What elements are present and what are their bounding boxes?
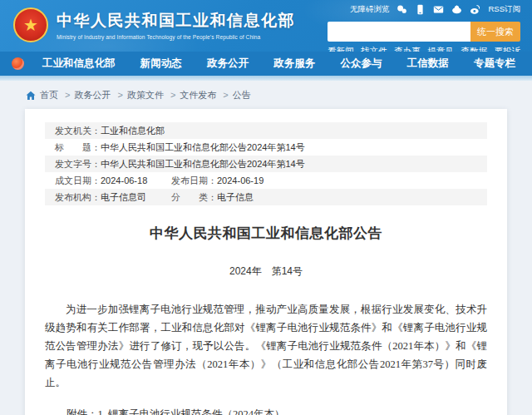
meta-value: 电子信息 bbox=[217, 192, 254, 202]
site-brand[interactable]: ★ 中华人民共和国工业和信息化部 Ministry of Industry an… bbox=[13, 7, 295, 42]
nav-item-public-participation[interactable]: 公众参与 bbox=[341, 57, 382, 71]
nav-brand-icon[interactable] bbox=[12, 57, 24, 70]
utility-bar: 无障碍浏览 RSS订阅 bbox=[328, 2, 520, 16]
nav-items: 工业和信息化部 新闻动态 政务公开 政务服务 公众参与 工信数据 专题专栏 bbox=[42, 57, 520, 71]
search-bar: 统一搜索 bbox=[328, 22, 520, 42]
meta-label: 标 题： bbox=[55, 142, 101, 152]
wechat-icon[interactable] bbox=[397, 4, 407, 15]
breadcrumb-announcement: 公告 bbox=[233, 89, 251, 101]
meta-label: 发文机关： bbox=[55, 126, 101, 136]
breadcrumb-document-release[interactable]: 文件发布 bbox=[180, 89, 228, 101]
emblem-star-icon: ★ bbox=[23, 17, 38, 33]
quick-link-news[interactable]: 看新闻 bbox=[328, 46, 354, 52]
client-app-icon[interactable] bbox=[451, 4, 462, 15]
meta-label: 发布机构： bbox=[55, 192, 101, 202]
quick-link-complaints[interactable]: 要投诉 bbox=[494, 46, 520, 52]
document-card: 发文机关： 工业和信息化部 标 题： 中华人民共和国工业和信息化部公告2024年… bbox=[25, 109, 507, 415]
accessibility-link[interactable]: 无障碍浏览 bbox=[350, 4, 390, 15]
meta-label: 成文日期： bbox=[55, 175, 101, 185]
meta-value: 中华人民共和国工业和信息化部公告2024年第14号 bbox=[101, 142, 305, 152]
site-header: ★ 中华人民共和国工业和信息化部 Ministry of Industry an… bbox=[0, 0, 532, 52]
meta-value: 电子信息司 bbox=[101, 192, 146, 202]
quick-link-files[interactable]: 找文件 bbox=[361, 46, 387, 52]
meta-row-title: 标 题： 中华人民共和国工业和信息化部公告2024年第14号 bbox=[45, 139, 487, 156]
meta-value: 中华人民共和国工业和信息化部公告2024年第14号 bbox=[101, 159, 305, 169]
nav-item-data[interactable]: 工信数据 bbox=[407, 57, 449, 71]
nav-item-gov-disclosure[interactable]: 政务公开 bbox=[207, 57, 249, 71]
meta-row-publisher-category: 发布机构： 电子信息司 分 类： 电子信息 bbox=[45, 189, 487, 205]
rss-link[interactable]: RSS订阅 bbox=[488, 4, 520, 15]
nav-item-gov-services[interactable]: 政务服务 bbox=[273, 57, 315, 71]
meta-row-document-number: 发文字号： 中华人民共和国工业和信息化部公告2024年第14号 bbox=[45, 156, 487, 172]
meta-row-issuing-agency: 发文机关： 工业和信息化部 bbox=[45, 122, 487, 139]
breadcrumb-home[interactable]: 首页 bbox=[40, 89, 70, 101]
announcement-title: 中华人民共和国工业和信息化部公告 bbox=[45, 224, 487, 243]
nav-item-special-topics[interactable]: 专题专栏 bbox=[474, 57, 515, 71]
document-meta-table: 发文机关： 工业和信息化部 标 题： 中华人民共和国工业和信息化部公告2024年… bbox=[45, 122, 487, 205]
mobile-icon[interactable] bbox=[415, 4, 426, 15]
quick-link-data[interactable]: 查数据 bbox=[461, 46, 487, 52]
search-button[interactable]: 统一搜索 bbox=[470, 22, 520, 42]
announcement-body-paragraph: 为进一步加强锂离子电池行业规范管理，推动产业高质量发展，根据行业发展变化、技术升… bbox=[45, 300, 487, 392]
meta-row-dates: 成文日期： 2024-06-18 发布日期： 2024-06-19 bbox=[45, 172, 487, 189]
quick-links: 看新闻 找文件 查办事 提意见 查数据 要投诉 bbox=[328, 46, 520, 52]
quick-link-opinions[interactable]: 提意见 bbox=[427, 46, 454, 52]
attachments-label: 附件： bbox=[66, 405, 98, 415]
brand-text: 中华人民共和国工业和信息化部 Ministry of Industry and … bbox=[57, 10, 295, 40]
breadcrumb: 首页 政务公开 政策文件 文件发布 公告 bbox=[0, 81, 532, 109]
main-nav: 工业和信息化部 新闻动态 政务公开 政务服务 公众参与 工信数据 专题专栏 bbox=[0, 52, 532, 76]
site-title: 中华人民共和国工业和信息化部 bbox=[57, 10, 295, 32]
announcement-issue-number: 2024年 第14号 bbox=[45, 264, 487, 279]
meta-label: 分 类： bbox=[171, 192, 217, 202]
national-emblem-logo: ★ bbox=[13, 7, 48, 42]
nav-item-home[interactable]: 工业和信息化部 bbox=[42, 57, 116, 71]
meta-label: 发文字号： bbox=[55, 159, 101, 169]
meta-value: 2024-06-18 bbox=[101, 175, 147, 185]
attachment-link-1[interactable]: 1. 锂离子电池行业规范条件（2024年本） bbox=[98, 405, 327, 415]
attachments-section: 附件： 1. 锂离子电池行业规范条件（2024年本） 2. 锂离子电池行业规范公… bbox=[45, 405, 487, 415]
home-icon[interactable] bbox=[26, 91, 36, 101]
meta-value: 工业和信息化部 bbox=[101, 126, 165, 136]
meta-value: 2024-06-19 bbox=[217, 175, 264, 185]
search-input[interactable] bbox=[328, 22, 470, 42]
breadcrumb-gov-disclosure[interactable]: 政务公开 bbox=[74, 89, 122, 101]
mail-icon[interactable] bbox=[433, 4, 444, 15]
quick-link-services[interactable]: 查办事 bbox=[394, 46, 421, 52]
header-right: 无障碍浏览 RSS订阅 统一搜索 看新闻 找文件 查 bbox=[328, 2, 520, 52]
site-subtitle-en: Ministry of Industry and Information Tec… bbox=[57, 34, 295, 40]
breadcrumb-policy-documents[interactable]: 政策文件 bbox=[127, 89, 175, 101]
nav-item-news[interactable]: 新闻动态 bbox=[140, 57, 182, 71]
meta-label: 发布日期： bbox=[171, 175, 217, 185]
weibo-icon[interactable] bbox=[470, 4, 480, 15]
